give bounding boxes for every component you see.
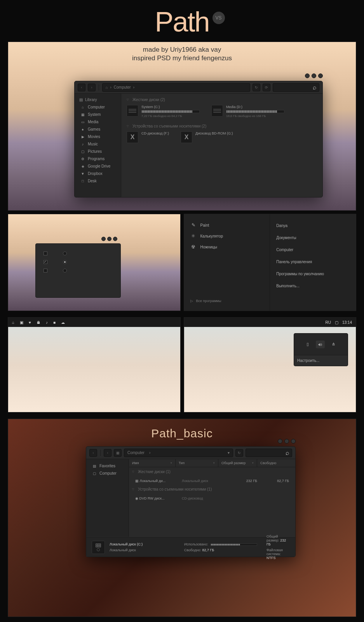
usb-icon[interactable]: ⋔ [332,342,335,347]
music-icon[interactable]: ♪ [46,320,48,325]
radio-unchecked[interactable] [63,252,67,255]
col-name[interactable]: Имя▾ [129,459,176,467]
battery-icon[interactable]: ▯ [307,342,309,347]
sidebar-item[interactable]: ▶Movies [75,133,121,140]
refresh-alt-button[interactable]: ⟳ [263,84,270,91]
removable-item[interactable]: XCD-дисковод (F:) [127,131,169,143]
volume-icon[interactable]: 🔊︎ [316,341,325,348]
category-harddisks[interactable]: ▽Жесткие диски (2) [127,98,317,102]
heart-icon[interactable]: ♥ [29,320,31,325]
forward-button[interactable]: › [104,449,111,457]
drive-usage-bar [226,110,284,113]
sidebar-item[interactable]: ♠Games [75,126,121,133]
tray-clock[interactable]: 13:14 [342,320,352,325]
video-icon[interactable]: ■ [53,320,56,325]
sidebar-item[interactable]: ◈Google Drive [75,162,121,170]
start-app[interactable]: ✎Paint [188,220,266,231]
maximize-button[interactable] [107,237,111,241]
start-link[interactable]: Документы [274,232,352,244]
item-icon: □ [81,179,85,183]
search-icon: ⌕ [313,84,317,91]
minimize-button[interactable] [278,439,282,444]
panel-taskbar-right: RU ▢ 13:14 ▯ 🔊︎ ⋔ Настроить... [184,317,357,412]
sidebar-item[interactable]: □Desk [75,177,121,185]
back-button[interactable]: ‹ [89,449,97,457]
breadcrumb[interactable]: Computer› ▾ [124,449,233,457]
start-app[interactable]: ☢Ножницы [188,241,266,252]
start-link[interactable]: Панель управления [274,256,352,268]
category-harddisks[interactable]: ▽Жесткие диски (1) [132,470,292,474]
minimize-button[interactable] [101,237,106,241]
sidebar-item[interactable]: ▢Computer [86,470,129,477]
removable-item[interactable]: XДисковод BD-ROM (G:) [181,131,233,143]
sidebar-item[interactable]: ▦System [75,111,121,118]
tray-indicator-icon[interactable]: ▢ [335,320,338,325]
lock-icon[interactable]: 🔒︎ [37,320,40,325]
sidebar-item[interactable]: ♪Music [75,140,121,148]
radio-checked[interactable] [63,260,67,264]
sidebar-item[interactable]: ▤Favorites [86,462,129,470]
search-input[interactable]: ⌕ [246,449,292,457]
col-total[interactable]: Общий размер▾ [218,459,257,467]
breadcrumb[interactable]: ⌂ › Computer › [102,83,250,92]
item-icon: ◈ [81,164,85,168]
close-button[interactable] [113,237,117,241]
back-button[interactable]: ‹ [78,84,85,91]
sidebar-item[interactable]: ▭Media [75,118,121,126]
category-removable[interactable]: ▽Устройства со съемными носителями (1) [132,487,292,491]
view-button[interactable]: ▦ [114,449,122,457]
refresh-button[interactable]: ↻ [235,449,243,457]
start-menu: ✎Paint⚛Калькулятор☢Ножницы ▷Все программ… [184,214,356,311]
sidebar-item[interactable]: ▢Pictures [75,148,121,155]
col-free[interactable]: Свободно [257,459,295,467]
maximize-button[interactable] [284,439,289,444]
close-button[interactable] [318,73,323,78]
checkbox-unchecked[interactable] [44,252,47,255]
radio-unchecked[interactable] [63,269,67,273]
sidebar-header[interactable]: ▤Library [75,96,121,103]
search-input[interactable]: ⌕ [273,83,319,92]
drive-item[interactable]: Media (D:)19,6 ГБ свободно из 168 ГБ [211,105,284,118]
forward-button[interactable]: › [88,84,96,91]
all-programs-link[interactable]: ▷Все программы [188,297,266,305]
maximize-button[interactable] [312,73,316,78]
tray-lang[interactable]: RU [326,320,331,325]
home-icon[interactable]: ⌂ [12,320,14,325]
start-link[interactable]: Программы по умолчанию [274,268,352,280]
toolbar: ‹ › ⌂ › Computer › ↻ ⟳ ⌕ [75,81,322,94]
close-button[interactable] [291,439,296,444]
drive-name: System (C:) [141,105,200,109]
main-content: ▽Жесткие диски (2) System (C:)7,22 ГБ св… [121,94,322,197]
removable-name: CD-дисковод (F:) [141,131,169,135]
refresh-button[interactable]: ↻ [253,84,260,91]
credits: made by Uriy1966 aka vay inspired PSD my… [8,46,356,62]
category-removable[interactable]: ▽Устройства со съемными носителями (2) [127,124,317,128]
checkbox-checked[interactable] [44,260,47,264]
cloud-icon[interactable]: ☁ [61,320,65,325]
item-icon: ♠ [81,128,85,131]
item-label: System [88,112,101,117]
folder-icon[interactable]: ▣ [20,320,23,325]
item-icon: ▤ [92,464,96,468]
drive-item[interactable]: System (C:)7,22 ГБ свободно из 64,2 ГБ [127,105,200,118]
sidebar-item[interactable]: ⚙Programs [75,155,121,162]
checkbox-unchecked[interactable] [44,269,47,273]
row-icon: ◉ [135,496,138,500]
sidebar-item[interactable]: ⌂Computer [75,103,121,111]
tray-configure-link[interactable]: Настроить... [294,355,348,366]
col-type[interactable]: Тип▾ [176,459,218,467]
window-controls [305,73,323,78]
start-link[interactable]: Computer [274,244,352,256]
app-icon: ⚛ [190,233,197,239]
minimize-button[interactable] [305,73,310,78]
table-header: Имя▾ Тип▾ Общий размер▾ Свободно [129,459,295,467]
start-link[interactable]: Выполнить... [274,280,352,292]
sidebar-item[interactable]: ▼Dropbox [75,170,121,177]
start-link[interactable]: Danya [274,220,352,232]
start-app[interactable]: ⚛Калькулятор [188,231,266,241]
removable-icon: X [127,131,138,143]
removable-name: Дисковод BD-ROM (G:) [195,131,233,135]
table-row[interactable]: ▦ Локальный ди...Локальный диск232 ГБ82,… [132,477,292,485]
table-row[interactable]: ◉ DVD RW диск...CD-дисковод [132,494,292,502]
item-label: Computer [99,471,117,475]
